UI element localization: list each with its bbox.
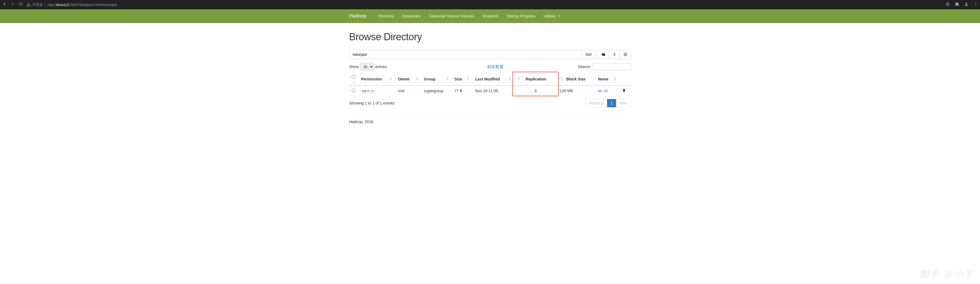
menu-icon[interactable]	[974, 2, 978, 7]
col-group[interactable]: Group	[421, 73, 452, 86]
svg-point-0	[966, 3, 967, 4]
separator	[349, 114, 631, 115]
nav-datanodes[interactable]: Datanodes	[398, 14, 425, 18]
star-icon[interactable]	[945, 2, 950, 7]
annotation-replication: 副本数量	[487, 64, 504, 70]
show-label: Show	[349, 65, 359, 69]
toolbar-buttons	[598, 50, 631, 59]
cell-name-link[interactable]: wc.txt	[598, 89, 608, 93]
cut-button[interactable]	[620, 50, 631, 59]
delete-button[interactable]	[622, 89, 626, 93]
pagination: Previous 1 Next	[585, 99, 631, 107]
nav-overview[interactable]: Overview	[374, 14, 398, 18]
brand[interactable]: Hadoop	[349, 13, 366, 19]
cell-block-size: 128 MB	[557, 86, 595, 96]
profile-icon[interactable]	[964, 2, 969, 7]
nav-snapshot[interactable]: Snapshot	[478, 14, 503, 18]
nav-utilities[interactable]: Utilities	[539, 14, 564, 18]
forward-icon[interactable]	[10, 2, 15, 7]
url-display[interactable]: http://linux121:50070/explorer.html#/wci…	[48, 3, 117, 7]
select-all-checkbox[interactable]	[352, 75, 355, 78]
search-label: Search:	[578, 65, 591, 69]
controls-row: Show 25 entries 副本数量 Search:	[349, 63, 631, 70]
table-info: Showing 1 to 1 of 1 entries	[349, 101, 395, 105]
cell-permission[interactable]: -rw-r--r--	[361, 89, 375, 93]
table-wrap: Permission Owner Group Size Last Modifie…	[349, 73, 631, 96]
back-icon[interactable]	[2, 2, 6, 7]
trash-icon	[622, 88, 626, 93]
navbar: Hadoop Overview Datanodes Datanode Volum…	[0, 9, 980, 23]
row-checkbox[interactable]	[352, 89, 355, 92]
next-button[interactable]: Next	[616, 99, 631, 107]
go-button[interactable]: Go!	[582, 50, 595, 59]
path-input[interactable]	[349, 50, 582, 59]
new-folder-button[interactable]	[598, 50, 609, 59]
entries-label: entries	[375, 65, 387, 69]
upload-icon	[612, 53, 616, 56]
chevron-down-icon	[558, 16, 560, 17]
cell-owner[interactable]: root	[398, 89, 404, 93]
extensions-icon[interactable]	[955, 2, 959, 7]
svg-point-3	[975, 5, 976, 6]
browser-toolbar: 不安全 http://linux121:50070/explorer.html#…	[0, 0, 980, 9]
list-icon	[624, 53, 627, 56]
search-input[interactable]	[593, 63, 631, 70]
col-name[interactable]: Name	[595, 73, 620, 86]
cell-group[interactable]: supergroup	[424, 89, 444, 93]
cell-last-modified: Nov 18 11:09	[473, 86, 514, 96]
security-indicator[interactable]: 不安全	[26, 2, 43, 7]
col-size[interactable]: Size	[452, 73, 473, 86]
col-block-size[interactable]: Block Size	[557, 73, 595, 86]
col-replication[interactable]: Replication	[514, 73, 557, 86]
nav-startup-progress[interactable]: Startup Progress	[503, 14, 539, 18]
page-title: Browse Directory	[349, 31, 631, 43]
nav-volume-failures[interactable]: Datanode Volume Failures	[425, 14, 478, 18]
file-table: Permission Owner Group Size Last Modifie…	[349, 73, 631, 96]
folder-icon	[601, 53, 605, 56]
reload-icon[interactable]	[19, 2, 23, 7]
page-1-button[interactable]: 1	[607, 99, 616, 107]
table-row: -rw-r--r-- root supergroup 77 B Nov 18 1…	[349, 86, 631, 96]
footer-text: Hadoop, 2018.	[349, 120, 631, 124]
svg-point-2	[975, 4, 976, 5]
cell-replication[interactable]: 3	[535, 89, 537, 93]
prev-button[interactable]: Previous	[585, 99, 607, 107]
upload-button[interactable]	[609, 50, 620, 59]
security-label: 不安全	[32, 2, 43, 7]
warning-icon	[26, 2, 31, 7]
svg-point-1	[975, 2, 976, 3]
path-row: Go!	[349, 50, 631, 59]
cell-size: 77 B	[452, 86, 473, 96]
col-checkbox[interactable]	[349, 73, 358, 86]
col-permission[interactable]: Permission	[358, 73, 395, 86]
table-footer: Showing 1 to 1 of 1 entries Previous 1 N…	[349, 99, 631, 107]
col-actions	[619, 73, 631, 86]
page-size-select[interactable]: 25	[360, 63, 374, 70]
col-owner[interactable]: Owner	[395, 73, 421, 86]
col-last-modified[interactable]: Last Modified	[473, 73, 514, 86]
